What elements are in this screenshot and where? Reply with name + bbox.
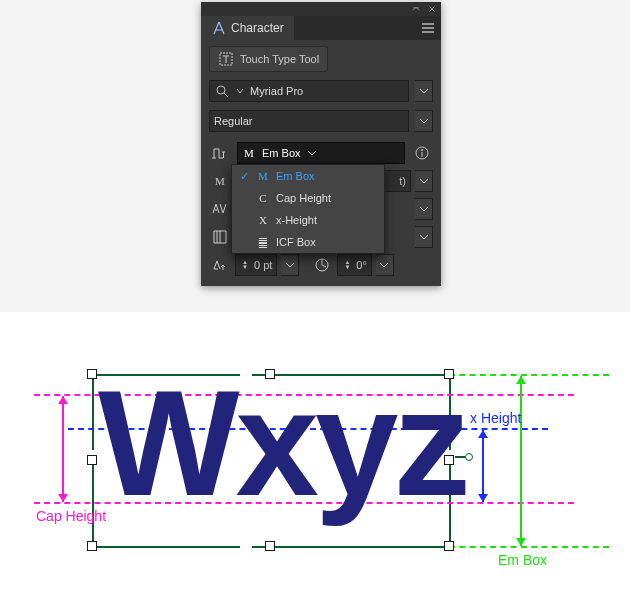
selection-handle[interactable] <box>444 541 454 551</box>
selection-handle[interactable] <box>87 455 97 465</box>
rotation-field[interactable]: ▲▼ 0° <box>337 254 372 276</box>
rotation-icon <box>311 254 333 276</box>
tab-character[interactable]: Character <box>201 16 294 40</box>
search-icon <box>214 83 230 99</box>
font-family-field[interactable]: Myriad Pro <box>209 80 409 102</box>
check-icon: ✓ <box>238 170 250 183</box>
svg-point-3 <box>421 149 423 151</box>
option-x-height[interactable]: X x-Height <box>232 209 384 231</box>
font-size-icon <box>209 142 231 164</box>
touch-type-tool-button[interactable]: Touch Type Tool <box>209 46 328 72</box>
close-icon[interactable] <box>427 4 437 14</box>
touch-type-icon <box>218 51 234 67</box>
dashed-em-bottom <box>449 546 609 548</box>
baseline-shift-icon <box>209 254 231 276</box>
leading-dropdown[interactable] <box>415 170 433 192</box>
baseline-shift-field[interactable]: ▲▼ 0 pt <box>235 254 277 276</box>
cap-height-arrow <box>62 396 64 502</box>
baseline-shift-value: 0 pt <box>254 259 272 271</box>
touch-type-label: Touch Type Tool <box>240 53 319 65</box>
option-cap-height[interactable]: C Cap Height <box>232 187 384 209</box>
sizing-reference-popup: ✓ M Em Box C Cap Height X x-Height <box>231 164 385 254</box>
option-icf-box[interactable]: ䷀ ICF Box <box>232 231 384 253</box>
sample-text: Wxyz <box>98 368 465 518</box>
sizing-reference-field[interactable]: M Em Box <box>237 142 405 164</box>
metric-diagram: Wxyz Em Box x Height Cap Height <box>0 312 630 607</box>
panel-backdrop: Character Touch Type Tool Myriad Pro <box>0 0 630 312</box>
panel-body: Touch Type Tool Myriad Pro Regular <box>201 40 441 286</box>
font-style-dropdown[interactable] <box>415 110 433 132</box>
collapse-icon[interactable] <box>411 4 421 14</box>
selection-edge <box>92 374 94 450</box>
selection-handle[interactable] <box>87 369 97 379</box>
selection-handle[interactable] <box>444 369 454 379</box>
glyph-metric-icon: M <box>209 170 231 192</box>
panel-menu-button[interactable] <box>415 16 441 40</box>
sizing-glyph-icon: M <box>242 147 256 159</box>
sizing-reference-value: Em Box <box>262 147 301 159</box>
font-family-dropdown[interactable] <box>415 80 433 102</box>
leading-field-fragment[interactable]: t) <box>381 170 411 192</box>
selection-edge <box>92 462 94 548</box>
option-label: Cap Height <box>276 192 331 204</box>
option-em-box[interactable]: ✓ M Em Box <box>232 165 384 187</box>
option-label: Em Box <box>276 170 315 182</box>
dashed-em-top <box>449 374 609 376</box>
option-label: ICF Box <box>276 236 316 248</box>
selection-handle[interactable] <box>265 369 275 379</box>
font-style-field[interactable]: Regular <box>209 110 409 132</box>
em-box-arrow <box>520 376 522 546</box>
x-height-label: x Height <box>470 410 521 426</box>
vertical-scale-icon <box>209 226 231 248</box>
character-icon <box>211 20 227 36</box>
selection-edge <box>92 546 240 548</box>
panel-tab-row: Character <box>201 16 441 40</box>
step-down[interactable]: ▼ <box>342 265 352 270</box>
step-down[interactable]: ▼ <box>240 265 250 270</box>
glyph-icon: X <box>256 214 270 226</box>
rotate-handle[interactable] <box>465 453 473 461</box>
panel-titlebar <box>201 2 441 16</box>
selection-edge <box>252 546 449 548</box>
glyph-icon: C <box>256 192 270 204</box>
tab-label: Character <box>231 21 284 35</box>
option-label: x-Height <box>276 214 317 226</box>
chevron-down-icon <box>307 148 317 158</box>
glyph-icon: M <box>256 170 270 182</box>
horizontal-scale-dropdown[interactable] <box>415 226 433 248</box>
font-style-value: Regular <box>214 115 404 127</box>
x-height-arrow <box>482 430 484 502</box>
selection-handle[interactable] <box>444 455 454 465</box>
rotate-stem <box>455 456 465 458</box>
baseline-shift-dropdown[interactable] <box>281 254 299 276</box>
baseline-rotation-row: ▲▼ 0 pt ▲▼ 0° <box>209 254 433 276</box>
info-icon[interactable] <box>411 142 433 164</box>
rotation-value: 0° <box>356 259 367 271</box>
tracking-dropdown[interactable] <box>415 198 433 220</box>
rotation-dropdown[interactable] <box>376 254 394 276</box>
font-family-value: Myriad Pro <box>250 85 404 97</box>
selection-handle[interactable] <box>87 541 97 551</box>
em-box-label: Em Box <box>498 552 547 568</box>
selection-handle[interactable] <box>265 541 275 551</box>
kerning-icon <box>209 198 231 220</box>
cap-height-label: Cap Height <box>36 508 106 524</box>
glyph-icon: ䷀ <box>256 236 270 249</box>
svg-point-1 <box>217 86 225 94</box>
character-panel: Character Touch Type Tool Myriad Pro <box>201 2 441 286</box>
chevron-down-icon <box>236 87 244 95</box>
